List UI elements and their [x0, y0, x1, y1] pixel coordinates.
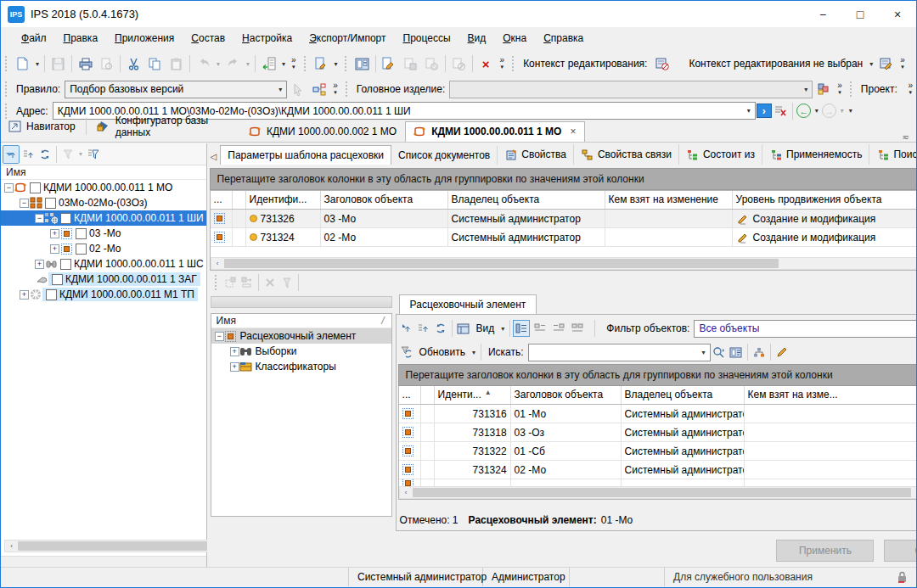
- subtab-routing-params[interactable]: Параметры шаблона расцеховки: [220, 145, 391, 165]
- menu-structure[interactable]: Состав: [183, 29, 233, 48]
- toolbar-grip[interactable]: [344, 55, 348, 72]
- edit-context-value[interactable]: Контекст редактирования не выбран: [684, 58, 867, 70]
- classifier-row[interactable]: + Выборки: [211, 344, 391, 359]
- edit-object-icon[interactable]: [379, 53, 400, 75]
- table-row[interactable]: 731322 01 -Сб Системный администратор: [399, 442, 917, 461]
- close-tab-icon[interactable]: ×: [570, 126, 576, 137]
- rule-combobox[interactable]: Подбор базовых версий▾: [65, 81, 287, 98]
- toolbar-grip[interactable]: [214, 274, 218, 291]
- tree-row[interactable]: КДМИ 1000.00.00.011 1 ЗАГ: [1, 272, 206, 287]
- doc-tab-inactive[interactable]: КДМИ 1000.00.00.002 1 МО: [241, 122, 405, 142]
- table-row[interactable]: 731318 03 -Оз Системный администратор: [399, 423, 917, 442]
- table-row[interactable]: 731324 02 -Мо Системный администратор Со…: [211, 228, 917, 247]
- collapse-icon[interactable]: −: [215, 332, 224, 341]
- element-tab[interactable]: Расцеховочный элемент: [399, 294, 537, 314]
- back-icon[interactable]: ←: [796, 102, 813, 120]
- toolbar-grip[interactable]: [511, 55, 515, 72]
- collapse-icon[interactable]: −: [4, 183, 14, 193]
- subtab-link-properties[interactable]: Свойства связи: [574, 144, 679, 165]
- head-product-combobox[interactable]: ▾: [449, 81, 813, 98]
- subtab-consists-of[interactable]: Состоит из: [679, 144, 762, 165]
- doc-tab-active[interactable]: КДМИ 1000.00.00.011 1 МО ×: [405, 121, 585, 142]
- toolbar-overflow-chevron[interactable]: »▾: [497, 57, 509, 70]
- view-label[interactable]: Вид: [472, 322, 499, 334]
- head-product-pick-icon[interactable]: [813, 79, 834, 100]
- tree-row[interactable]: + 02 -Мо: [1, 241, 206, 256]
- new-document-dropdown[interactable]: ▾: [33, 60, 42, 68]
- menu-view[interactable]: Вид: [459, 29, 495, 48]
- toolbar-overflow-chevron[interactable]: »▾: [288, 57, 300, 70]
- cancel-button[interactable]: Отмена: [884, 540, 917, 562]
- print-icon[interactable]: [75, 53, 96, 75]
- cut-icon[interactable]: [123, 53, 144, 75]
- filter-settings-icon[interactable]: [85, 145, 102, 164]
- tree-row[interactable]: + КДМИ 1000.00.00.011 1 ШС: [1, 256, 206, 272]
- menu-applications[interactable]: Приложения: [106, 29, 183, 48]
- tree-row[interactable]: + 03 -Мо: [1, 226, 206, 241]
- dialog-panel-icon[interactable]: [352, 53, 373, 75]
- refresh-dropdown[interactable]: ▾: [470, 349, 478, 356]
- view-dropdown[interactable]: ▾: [498, 325, 507, 333]
- expand-icon[interactable]: +: [20, 290, 29, 300]
- column-header-level[interactable]: Уровень продвижения объекта: [733, 191, 917, 209]
- expand-icon[interactable]: +: [230, 362, 239, 372]
- table-row-clipped[interactable]: [399, 479, 917, 486]
- column-header-owner[interactable]: Владелец объекта: [448, 191, 605, 209]
- clear-address-icon[interactable]: [773, 102, 790, 120]
- column-header-blank[interactable]: [421, 386, 435, 404]
- classifier-row-selected[interactable]: − Расцеховочный элемент: [211, 328, 391, 344]
- toolbar-overflow-chevron[interactable]: »▾: [897, 57, 909, 70]
- subtab-documents[interactable]: Список документов: [391, 146, 498, 165]
- edit-context-off-icon[interactable]: [651, 53, 672, 75]
- column-header-id[interactable]: Иденти...▲: [435, 386, 511, 404]
- menu-edit[interactable]: Правка: [55, 29, 107, 48]
- tree-checkbox[interactable]: [60, 213, 71, 224]
- search-icon[interactable]: [711, 343, 728, 361]
- tab-navigator[interactable]: Навигатор: [26, 120, 76, 132]
- sort-tree-icon[interactable]: [3, 145, 20, 164]
- group-by-bar[interactable]: Перетащите заголовок колонки в эту облас…: [398, 364, 917, 386]
- back-dropdown[interactable]: ▾: [813, 107, 821, 115]
- tab-db-configurator[interactable]: Конфигуратор базы данных: [115, 115, 233, 138]
- column-header-owner[interactable]: Владелец объекта: [622, 386, 745, 404]
- tree-checkbox[interactable]: [30, 182, 41, 193]
- object-card-icon[interactable]: [311, 53, 332, 75]
- toolbar-grip[interactable]: [849, 81, 853, 98]
- tab-list-icon[interactable]: ≂: [896, 132, 916, 142]
- toolbar-grip[interactable]: [303, 55, 307, 72]
- navigator-hscrollbar[interactable]: ‹ ›: [4, 540, 227, 552]
- menu-processes[interactable]: Процессы: [395, 29, 459, 48]
- refresh-icon[interactable]: [37, 145, 53, 164]
- expand-icon[interactable]: +: [230, 347, 239, 356]
- refresh-icon[interactable]: [432, 319, 449, 338]
- scheme-icon[interactable]: [308, 79, 329, 100]
- tree-checkbox[interactable]: [60, 259, 71, 270]
- tree-checkbox[interactable]: [76, 244, 87, 255]
- menu-help[interactable]: Справка: [535, 29, 592, 48]
- menu-windows[interactable]: Окна: [494, 29, 535, 48]
- subtab-properties[interactable]: Свойства: [498, 144, 574, 165]
- layout-right-icon[interactable]: [550, 320, 567, 337]
- expand-icon[interactable]: +: [50, 244, 59, 254]
- menu-export-import[interactable]: Экспорт/Импорт: [301, 29, 394, 48]
- address-overflow-dropdown[interactable]: ▾: [847, 107, 855, 115]
- layout-tree-icon[interactable]: [513, 320, 530, 337]
- sort-tree-icon[interactable]: [398, 319, 415, 338]
- sort-list-icon[interactable]: [20, 145, 37, 164]
- element-table-hscrollbar[interactable]: ‹ ›: [399, 486, 917, 499]
- table-row[interactable]: 731326 03 -Мо Системный администратор Со…: [211, 210, 917, 228]
- maximize-button[interactable]: □: [841, 1, 879, 27]
- subtab-where-used[interactable]: Применяемость: [762, 144, 869, 165]
- tree-checkbox[interactable]: [76, 228, 87, 239]
- tree-row[interactable]: + КДМИ 1000.00.00.011 М1 ТП: [1, 287, 206, 302]
- tree-row-selected[interactable]: − КДМИ 1000.00.00.011 1 ШИ: [1, 210, 206, 226]
- tree-column-header[interactable]: Имя: [1, 165, 206, 180]
- table-row[interactable]: 731324 02 -Мо Системный администратор: [399, 461, 917, 479]
- apply-button[interactable]: Применить: [776, 540, 874, 562]
- edit-context-dropdown[interactable]: ▾: [867, 60, 875, 68]
- routing-table-hscrollbar[interactable]: ‹ ›: [211, 257, 917, 270]
- tree-checkbox[interactable]: [52, 274, 63, 285]
- hierarchy-icon[interactable]: [751, 343, 768, 361]
- expand-icon[interactable]: +: [35, 260, 44, 269]
- column-header-menu[interactable]: ...: [399, 386, 421, 404]
